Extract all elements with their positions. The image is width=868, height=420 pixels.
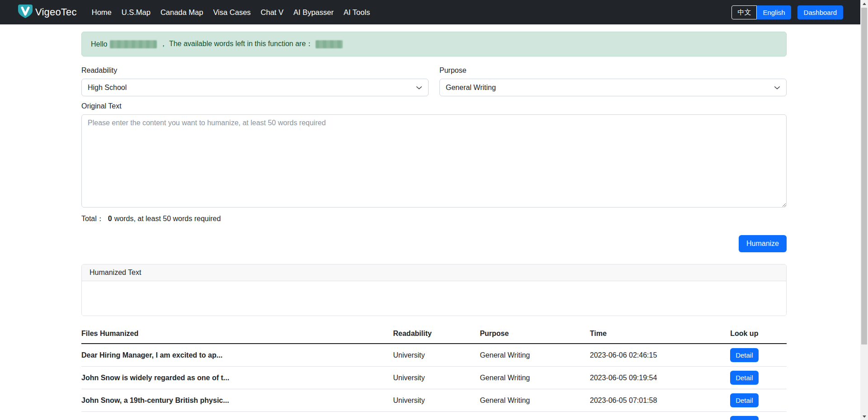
brand-name: VigeoTec (35, 6, 77, 18)
detail-button[interactable]: Detail (730, 371, 758, 385)
readability-selected-value: High School (88, 84, 127, 92)
table-row: John Snow is considered one of the most.… (81, 412, 787, 420)
purpose-label: Purpose (439, 66, 787, 75)
chevron-down-icon (774, 85, 780, 93)
readability-field: Readability High School (81, 66, 429, 96)
nav-item-ai-bypasser[interactable]: AI Bypasser (288, 5, 339, 20)
purpose-cell: General Writing (480, 389, 590, 412)
nav-item-chat-v[interactable]: Chat V (256, 5, 288, 20)
redacted-username (110, 40, 157, 48)
original-text-label: Original Text (81, 102, 787, 110)
readability-select[interactable]: High School (81, 79, 429, 96)
files-humanized-table: Files Humanized Readability Purpose Time… (81, 326, 787, 420)
time-cell: 2023-06-05 04:35:30 (590, 412, 730, 420)
navbar: VigeoTec Home U.S.Map Canada Map Visa Ca… (0, 0, 860, 24)
dashboard-button[interactable]: Dashboard (797, 5, 843, 19)
file-name-cell: John Snow, a 19th-century British physic… (81, 389, 393, 412)
purpose-cell: General Writing (480, 344, 590, 367)
header-readability: Readability (393, 326, 480, 344)
scroll-up-arrow[interactable] (860, 0, 868, 7)
detail-button[interactable]: Detail (730, 348, 758, 362)
word-count-status: Total： 0 words, at least 50 words requir… (81, 214, 787, 224)
header-files-humanized: Files Humanized (81, 326, 393, 344)
words-left-alert: Hello ， The available words left in this… (81, 32, 787, 57)
nav-links: Home U.S.Map Canada Map Visa Cases Chat … (87, 5, 375, 20)
purpose-cell: General Writing (480, 367, 590, 389)
scrollbar-thumb[interactable] (861, 8, 867, 344)
humanized-text-output (82, 281, 786, 316)
language-toggle: 中文 English (731, 5, 791, 19)
readability-label: Readability (81, 66, 429, 75)
total-label: Total： (81, 214, 104, 224)
table-row: John Snow is widely regarded as one of t… (81, 367, 787, 389)
header-look-up: Look up (730, 326, 787, 344)
purpose-field: Purpose General Writing (439, 66, 787, 96)
humanize-button[interactable]: Humanize (739, 235, 787, 252)
alert-message: ， The available words left in this funct… (160, 39, 313, 49)
lang-english-button[interactable]: English (757, 5, 791, 19)
nav-item-canada-map[interactable]: Canada Map (156, 5, 208, 20)
readability-cell: University (393, 344, 480, 367)
table-header-row: Files Humanized Readability Purpose Time… (81, 326, 787, 344)
humanize-button-row: Humanize (81, 235, 787, 252)
file-name-cell: John Snow is considered one of the most.… (81, 412, 393, 420)
brand[interactable]: VigeoTec (17, 3, 77, 21)
header-time: Time (590, 326, 730, 344)
scroll-down-arrow[interactable] (860, 413, 868, 420)
nav-item-visa-cases[interactable]: Visa Cases (208, 5, 255, 20)
detail-button[interactable]: Detail (730, 393, 758, 407)
table-row: Dear Hiring Manager, I am excited to ap.… (81, 344, 787, 367)
readability-cell: University (393, 412, 480, 420)
file-name-cell: Dear Hiring Manager, I am excited to ap.… (81, 344, 393, 367)
time-cell: 2023-06-06 02:46:15 (590, 344, 730, 367)
lang-chinese-button[interactable]: 中文 (731, 5, 757, 19)
purpose-selected-value: General Writing (446, 84, 496, 92)
time-cell: 2023-06-05 07:01:58 (590, 389, 730, 412)
original-text-input[interactable] (81, 114, 787, 208)
file-name-cell: John Snow is widely regarded as one of t… (81, 367, 393, 389)
main-content: Hello ， The available words left in this… (81, 32, 787, 420)
chevron-down-icon (416, 85, 422, 93)
purpose-select[interactable]: General Writing (439, 79, 787, 96)
alert-greeting: Hello (91, 40, 107, 48)
humanized-text-card: Humanized Text (81, 264, 787, 316)
nav-item-us-map[interactable]: U.S.Map (117, 5, 156, 20)
humanized-text-title: Humanized Text (82, 264, 786, 281)
detail-button[interactable]: Detail (730, 416, 758, 420)
header-purpose: Purpose (480, 326, 590, 344)
table-row: John Snow, a 19th-century British physic… (81, 389, 787, 412)
time-cell: 2023-06-05 09:19:54 (590, 367, 730, 389)
readability-cell: University (393, 367, 480, 389)
nav-item-ai-tools[interactable]: AI Tools (339, 5, 375, 20)
word-count-requirement: words, at least 50 words required (114, 215, 221, 223)
options-row: Readability High School Purpose General … (81, 66, 787, 96)
word-count-value: 0 (108, 215, 112, 223)
navbar-right: 中文 English Dashboard (731, 5, 854, 19)
readability-cell: University (393, 389, 480, 412)
nav-item-home[interactable]: Home (87, 5, 117, 20)
vigeotec-logo-icon (17, 3, 33, 21)
redacted-words-count (316, 40, 343, 48)
purpose-cell: General Writing (480, 412, 590, 420)
vertical-scrollbar[interactable] (860, 0, 868, 420)
